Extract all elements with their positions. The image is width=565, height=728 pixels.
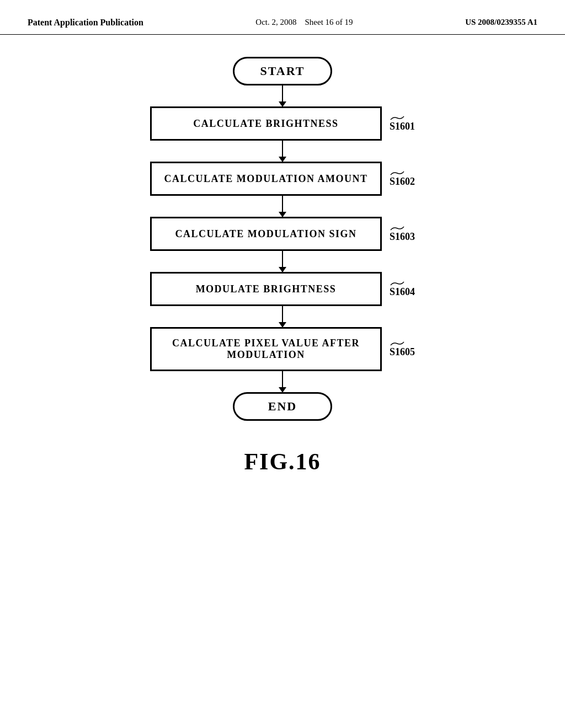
arrow-2 [282, 141, 283, 162]
step-s1605-text: CALCULATE PIXEL VALUE AFTER MODULATION [172, 338, 360, 361]
arrow-6 [282, 371, 283, 392]
publication-label: Patent Application Publication [28, 17, 143, 29]
start-shape: START [233, 57, 332, 85]
end-shape: END [233, 392, 332, 421]
step-s1602-text: CALCULATE MODULATION AMOUNT [164, 173, 368, 185]
step-s1604-text: MODULATE BRIGHTNESS [196, 283, 337, 295]
squiggle-s1602 [390, 170, 405, 176]
patent-number: US 2008/0239355 A1 [465, 17, 537, 28]
publication-date: Oct. 2, 2008 [255, 18, 296, 26]
step-s1603-text: CALCULATE MODULATION SIGN [175, 228, 357, 240]
squiggle-s1601 [390, 115, 405, 121]
arrow-4 [282, 251, 283, 272]
main-content: START CALCULATE BRIGHTNESS S1601 CALCULA… [0, 35, 565, 475]
end-label: END [268, 399, 297, 414]
sheet-info: Sheet 16 of 19 [305, 18, 353, 26]
step-s1604-wrapper: MODULATE BRIGHTNESS S1604 [150, 272, 415, 306]
step-s1605-box: CALCULATE PIXEL VALUE AFTER MODULATION [150, 327, 382, 371]
step-s1602-box: CALCULATE MODULATION AMOUNT [150, 162, 382, 196]
start-label: START [260, 64, 305, 78]
flowchart: START CALCULATE BRIGHTNESS S1601 CALCULA… [150, 57, 415, 421]
step-s1605-wrapper: CALCULATE PIXEL VALUE AFTER MODULATION S… [150, 327, 415, 371]
date-sheet-info: Oct. 2, 2008 Sheet 16 of 19 [255, 17, 353, 28]
step-s1602-label: S1602 [390, 170, 415, 188]
step-s1601-label: S1601 [390, 115, 415, 132]
step-s1604-box: MODULATE BRIGHTNESS [150, 272, 382, 306]
arrow-1 [282, 85, 283, 106]
step-s1601-wrapper: CALCULATE BRIGHTNESS S1601 [150, 106, 415, 141]
step-s1605-label: S1605 [390, 341, 415, 358]
step-s1603-box: CALCULATE MODULATION SIGN [150, 217, 382, 251]
step-s1603-wrapper: CALCULATE MODULATION SIGN S1603 [150, 217, 415, 251]
page-header: Patent Application Publication Oct. 2, 2… [0, 0, 565, 35]
step-s1601-text: CALCULATE BRIGHTNESS [193, 118, 338, 130]
squiggle-s1603 [390, 226, 405, 231]
step-s1602-wrapper: CALCULATE MODULATION AMOUNT S1602 [150, 162, 415, 196]
step-s1603-label: S1603 [390, 226, 415, 243]
arrow-3 [282, 196, 283, 217]
step-s1601-box: CALCULATE BRIGHTNESS [150, 106, 382, 141]
step-s1604-label: S1604 [390, 281, 415, 298]
figure-caption: FIG.16 [244, 448, 321, 475]
arrow-5 [282, 306, 283, 327]
squiggle-s1604 [390, 281, 405, 286]
squiggle-s1605 [390, 341, 405, 346]
